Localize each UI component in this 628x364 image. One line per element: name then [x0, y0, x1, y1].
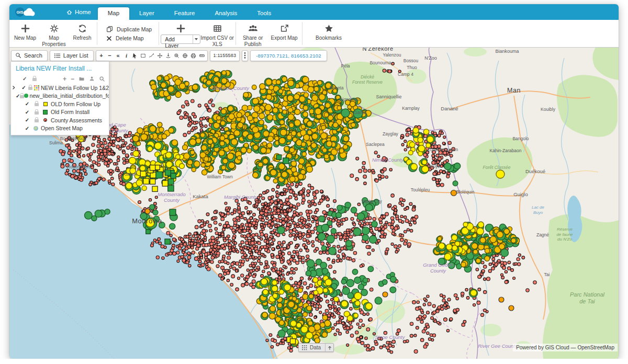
map-point-red[interactable]: [296, 223, 299, 225]
map-point-gold[interactable]: [222, 71, 227, 75]
map-point-red[interactable]: [337, 255, 340, 258]
map-point-red[interactable]: [241, 283, 245, 287]
map-point-red[interactable]: [89, 159, 92, 162]
map-point-gold[interactable]: [192, 167, 196, 172]
map-point-red[interactable]: [357, 203, 360, 206]
map-point-red[interactable]: [262, 270, 265, 272]
map-point-red[interactable]: [430, 334, 433, 337]
map-point-red[interactable]: [366, 327, 370, 331]
map-point-red[interactable]: [104, 141, 107, 144]
map-point-gold[interactable]: [254, 106, 260, 112]
map-point-gold[interactable]: [282, 101, 288, 107]
map-point-green[interactable]: [346, 279, 354, 287]
map-point-gold[interactable]: [324, 112, 329, 117]
map-point-red[interactable]: [113, 163, 116, 165]
map-point-gsquare[interactable]: [168, 185, 174, 191]
map-point-gold[interactable]: [350, 101, 355, 107]
map-point-red[interactable]: [323, 251, 326, 254]
map-point-red[interactable]: [296, 244, 298, 247]
map-point-red[interactable]: [108, 147, 111, 151]
map-point-gold[interactable]: [243, 92, 249, 97]
map-point-red[interactable]: [307, 194, 310, 197]
map-point-gold[interactable]: [317, 81, 322, 85]
map-point-red[interactable]: [236, 262, 239, 266]
map-point-red[interactable]: [440, 183, 444, 187]
layer-panel-title[interactable]: Liberia NEW Filter Install ...: [11, 62, 109, 75]
map-point-red[interactable]: [379, 346, 383, 349]
map-point-red[interactable]: [76, 169, 80, 173]
full-extent-button[interactable]: [181, 51, 189, 61]
map-point-red[interactable]: [274, 268, 277, 271]
zoom-in-button[interactable]: +: [97, 51, 106, 61]
map-point-gold[interactable]: [262, 312, 268, 318]
map-point-red[interactable]: [456, 308, 459, 311]
map-point-red[interactable]: [227, 256, 231, 259]
map-point-red[interactable]: [166, 231, 170, 235]
map-point-gold[interactable]: [351, 123, 355, 128]
map-point-red[interactable]: [350, 174, 354, 177]
map-point-red[interactable]: [111, 177, 114, 180]
map-point-gold[interactable]: [275, 136, 279, 141]
map-point-red[interactable]: [271, 346, 273, 348]
map-point-red[interactable]: [121, 139, 124, 142]
map-point-red[interactable]: [412, 301, 416, 304]
map-point-red[interactable]: [278, 215, 281, 218]
map-point-red[interactable]: [295, 267, 298, 270]
duplicate-map-button[interactable]: Duplicate Map: [106, 26, 152, 32]
map-point-red[interactable]: [273, 264, 276, 267]
map-point-red[interactable]: [391, 220, 395, 223]
map-point-red[interactable]: [407, 229, 409, 231]
map-point-red[interactable]: [138, 200, 141, 203]
map-point-red[interactable]: [253, 213, 256, 217]
map-point-red[interactable]: [221, 244, 225, 248]
map-point-red[interactable]: [186, 235, 189, 238]
layer-visibility-checkbox[interactable]: ✓: [23, 117, 32, 123]
map-point-gold[interactable]: [151, 84, 156, 90]
map-point-red[interactable]: [252, 233, 255, 236]
map-point-gold[interactable]: [289, 176, 295, 182]
map-point-red[interactable]: [394, 226, 398, 230]
map-point-red[interactable]: [290, 277, 293, 280]
map-point-gold[interactable]: [304, 93, 308, 97]
map-point-red[interactable]: [149, 199, 151, 201]
map-point-red[interactable]: [389, 168, 392, 171]
map-point-gold[interactable]: [252, 85, 256, 89]
map-point-red[interactable]: [350, 308, 353, 311]
map-point-red[interactable]: [192, 239, 194, 242]
map-point-gold[interactable]: [473, 249, 478, 254]
layer-row[interactable]: ✓ OLD form Follow Up: [11, 100, 109, 108]
previous-extent-button[interactable]: «: [114, 51, 122, 61]
map-point-red[interactable]: [282, 274, 284, 276]
map-point-red[interactable]: [401, 143, 404, 146]
map-point-red[interactable]: [360, 265, 363, 268]
map-point-red[interactable]: [381, 175, 385, 178]
map-point-red[interactable]: [289, 271, 293, 274]
map-point-red[interactable]: [111, 134, 114, 137]
map-point-yellow[interactable]: [290, 321, 296, 326]
map-point-red[interactable]: [153, 239, 156, 242]
map-point-red[interactable]: [116, 138, 120, 142]
map-point-red[interactable]: [204, 236, 207, 239]
map-point-red[interactable]: [95, 181, 98, 185]
map-point-red[interactable]: [351, 217, 354, 220]
map-point-green[interactable]: [319, 216, 325, 222]
map-point-red[interactable]: [282, 253, 285, 256]
map-point-red[interactable]: [275, 225, 277, 228]
map-point-yellow[interactable]: [463, 222, 468, 227]
map-point-red[interactable]: [188, 264, 191, 267]
map-point-red[interactable]: [336, 329, 339, 332]
map-point-red[interactable]: [241, 274, 244, 277]
map-point-red[interactable]: [257, 208, 260, 210]
map-point-red[interactable]: [311, 220, 314, 223]
map-point-red[interactable]: [190, 242, 194, 245]
map-point-red[interactable]: [187, 256, 191, 259]
map-point-gold[interactable]: [229, 113, 234, 119]
map-point-red[interactable]: [288, 209, 292, 212]
map-point-red[interactable]: [108, 137, 111, 140]
map-point-green[interactable]: [353, 228, 361, 236]
map-point-red[interactable]: [180, 116, 183, 120]
map-point-red[interactable]: [478, 275, 481, 279]
map-point-red[interactable]: [438, 157, 442, 161]
map-point-red[interactable]: [72, 169, 75, 173]
map-point-red[interactable]: [369, 288, 373, 291]
